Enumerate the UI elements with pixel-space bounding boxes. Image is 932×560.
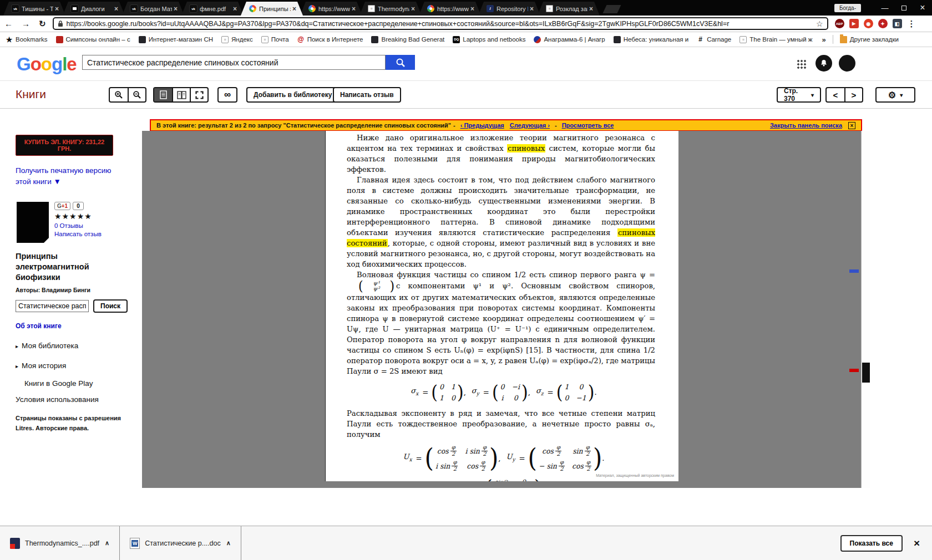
buy-ebook-button[interactable]: КУПИТЬ ЭЛ. КНИГУ: 231,22 ГРН. — [16, 135, 113, 156]
bookmark-item[interactable]: Симпсоны онлайн – с — [56, 36, 130, 43]
bookmark-item[interactable]: Небеса: уникальная и — [614, 36, 688, 43]
zoom-out-button[interactable] — [128, 88, 145, 101]
in-book-search-button[interactable]: Поиск — [93, 299, 128, 313]
browser-tab-active[interactable]: Принципы эле × — [241, 2, 303, 16]
close-icon[interactable]: × — [848, 122, 855, 129]
notifications-bell-button[interactable] — [816, 55, 832, 72]
browser-tab[interactable]: Богдан Матвие × — [122, 2, 184, 16]
close-search-panel-link[interactable]: Закрыть панель поиска — [770, 122, 842, 129]
book-cover-thumbnail[interactable] — [17, 202, 49, 243]
copyright-note: Материал, защищенный авторским правом — [596, 470, 674, 481]
next-result-link[interactable]: Следующая › — [510, 122, 550, 129]
tab-close-icon[interactable]: × — [55, 5, 59, 13]
tab-close-icon[interactable]: × — [411, 5, 415, 13]
my-history-link[interactable]: ▸Моя история — [16, 362, 126, 370]
fullscreen-button[interactable] — [190, 88, 207, 101]
my-library-link[interactable]: ▸Моя библиотека — [16, 342, 126, 350]
bookmark-item[interactable]: Carnage — [697, 36, 731, 43]
minimize-button[interactable]: — — [875, 4, 894, 12]
back-button[interactable]: ← — [0, 19, 17, 28]
download-item[interactable]: Thermodynamics_....pdf ∧ — [0, 526, 120, 560]
bookmark-star-icon[interactable]: ☆ — [816, 19, 823, 28]
browser-tab[interactable]: Диалоги × — [63, 2, 125, 16]
download-item[interactable]: Статистические р....doc ∧ — [120, 526, 241, 560]
write-review-link[interactable]: Написать отзыв — [54, 231, 102, 237]
bookmarks-bar: Bookmarks Симпсоны онлайн – с Интернет-м… — [0, 32, 932, 47]
account-avatar[interactable] — [839, 55, 855, 72]
close-window-button[interactable]: × — [913, 3, 932, 13]
view-all-results-link[interactable]: Просмотреть все — [562, 122, 614, 129]
tab-close-icon[interactable]: × — [589, 5, 593, 13]
show-all-downloads-button[interactable]: Показать все — [840, 535, 903, 552]
page-favicon-icon — [221, 36, 229, 43]
google-favicon-icon — [308, 5, 316, 12]
chevron-up-icon[interactable]: ∧ — [226, 539, 231, 547]
bookmarks-overflow-icon[interactable]: » — [822, 35, 825, 44]
page-select-dropdown[interactable]: Стр. 370 ▾ — [777, 87, 821, 103]
get-link-button[interactable]: ∞ — [217, 87, 237, 103]
next-page-button[interactable]: > — [844, 88, 862, 101]
bookmark-item[interactable]: Поиск в Интернете — [297, 36, 363, 43]
scrollbar-thumb[interactable] — [862, 363, 870, 383]
previous-result-link[interactable]: ‹ Предыдущая — [460, 122, 504, 129]
chevron-up-icon[interactable]: ∧ — [105, 539, 109, 547]
extension-icon[interactable] — [835, 19, 844, 28]
google-play-books-link[interactable]: Книги в Google Play — [24, 379, 126, 388]
forward-button[interactable]: → — [17, 19, 34, 28]
bookmark-item[interactable]: Breaking Bad Generat — [371, 36, 444, 43]
apps-grid-icon[interactable] — [797, 59, 807, 69]
browser-tab[interactable]: https://www.go × — [300, 2, 362, 16]
tab-close-icon[interactable]: × — [233, 5, 237, 13]
books-search-input[interactable] — [82, 55, 386, 70]
bookmark-item[interactable]: Анаграмма-6 | Анагр — [534, 36, 605, 43]
browser-tab[interactable]: фмне.pdf × — [181, 2, 244, 16]
extension-icon[interactable] — [893, 19, 902, 28]
tab-close-icon[interactable]: × — [292, 5, 296, 13]
site-favicon-icon — [534, 36, 541, 43]
add-to-library-button[interactable]: Добавить в библиотеку — [246, 87, 339, 103]
single-page-view-button[interactable] — [154, 88, 172, 101]
browser-menu-icon[interactable]: ⋮ — [902, 19, 922, 29]
tab-strip: Тишины - Тиш × Диалоги × Богдан Матвие ×… — [0, 0, 932, 16]
profile-button[interactable]: Богда- — [834, 4, 861, 12]
previous-page-button[interactable]: < — [827, 88, 844, 101]
write-review-button[interactable]: Написать отзыв — [333, 87, 401, 103]
bookmark-item[interactable]: The Brain — умный ж — [739, 36, 812, 43]
browser-tab[interactable]: Repository KhN × — [478, 2, 540, 16]
bookmark-item[interactable]: Почта — [261, 36, 289, 43]
other-bookmarks-button[interactable]: Другие закладки — [840, 36, 899, 43]
reload-button[interactable]: ↻ — [34, 19, 50, 29]
reviews-count-link[interactable]: 0 Отзывы — [54, 222, 102, 229]
tab-close-icon[interactable]: × — [352, 5, 356, 13]
restore-button[interactable] — [894, 4, 913, 12]
address-bar[interactable]: https://books.google.ru/books?id=uUtqAAA… — [53, 17, 828, 30]
extension-icon[interactable] — [878, 19, 888, 28]
browser-tab[interactable]: Тишины - Тиш × — [3, 2, 65, 16]
settings-dropdown-button[interactable]: ⚙ ▾ — [875, 87, 915, 103]
tab-close-icon[interactable]: × — [114, 5, 118, 13]
new-tab-button[interactable] — [603, 5, 621, 13]
about-book-link[interactable]: Об этой книге — [16, 322, 126, 330]
terms-of-use-link[interactable]: Условия использования — [16, 395, 126, 404]
books-product-title[interactable]: Книги — [16, 88, 46, 101]
gplus-button[interactable]: G+1 — [54, 202, 70, 210]
reader-scrollbar[interactable] — [861, 131, 870, 488]
zoom-in-button[interactable] — [110, 88, 128, 101]
browser-tab[interactable]: https://www.go × — [419, 2, 481, 16]
bookmark-item[interactable]: Интернет-магазин CH — [139, 36, 213, 43]
bookmark-item[interactable]: Bookmarks — [6, 36, 48, 43]
browser-tab[interactable]: Розклад занять × — [538, 2, 600, 16]
bookmark-item[interactable]: Laptops and netbooks — [453, 36, 525, 43]
tab-close-icon[interactable]: × — [470, 5, 474, 13]
get-print-version-link[interactable]: Получить печатную версию этой книги ▼ — [16, 165, 121, 187]
browser-tab[interactable]: Thermodynami × — [359, 2, 422, 16]
tab-close-icon[interactable]: × — [530, 5, 534, 13]
bookmark-item[interactable]: Яндекс — [221, 36, 253, 43]
tab-close-icon[interactable]: × — [174, 5, 178, 13]
extension-icon[interactable] — [849, 19, 859, 28]
in-book-search-input[interactable] — [16, 300, 89, 312]
close-shelf-icon[interactable]: × — [914, 537, 920, 549]
extension-icon[interactable] — [864, 19, 873, 28]
search-button[interactable] — [386, 55, 415, 70]
two-page-view-button[interactable] — [172, 88, 190, 101]
